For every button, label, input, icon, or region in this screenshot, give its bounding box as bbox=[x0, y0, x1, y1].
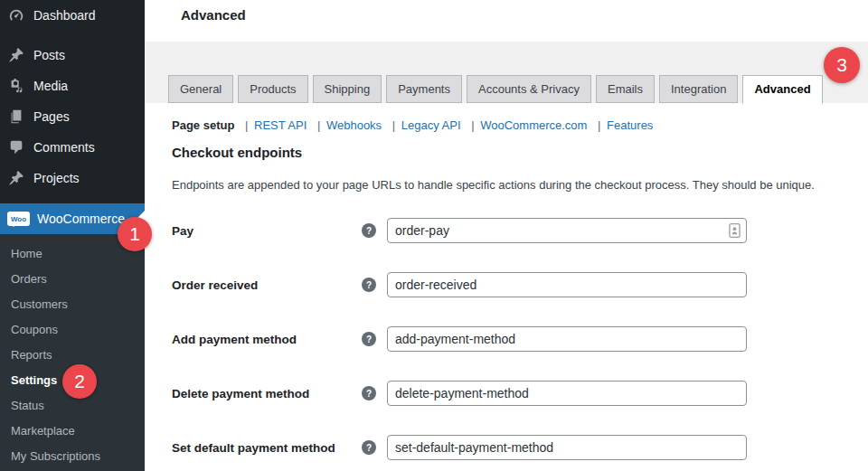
sidebar-item-pages[interactable]: Pages bbox=[0, 101, 145, 132]
tab-shipping[interactable]: Shipping bbox=[313, 75, 382, 103]
subnav-separator: | bbox=[471, 118, 474, 132]
tab-accounts-privacy[interactable]: Accounts & Privacy bbox=[467, 75, 591, 103]
pushpin-icon bbox=[7, 169, 25, 187]
settings-content: Page setup | REST API | Webhooks | Legac… bbox=[145, 103, 868, 471]
sidebar-item-label: Dashboard bbox=[33, 8, 96, 23]
tab-payments[interactable]: Payments bbox=[386, 75, 462, 103]
field-label-order-received: Order received bbox=[172, 278, 362, 292]
sidebar-item-label: Pages bbox=[33, 109, 70, 124]
tab-products[interactable]: Products bbox=[238, 75, 307, 103]
settings-header-band: General Products Shipping Payments Accou… bbox=[145, 42, 868, 103]
subnav-separator: | bbox=[392, 118, 395, 132]
menu-separator bbox=[0, 31, 145, 40]
add-payment-method-endpoint-input[interactable] bbox=[387, 326, 747, 352]
field-label-add-payment-method: Add payment method bbox=[172, 333, 362, 346]
advanced-subnav: Page setup | REST API | Webhooks | Legac… bbox=[172, 103, 868, 132]
subnav-link-webhooks[interactable]: Webhooks bbox=[326, 118, 382, 132]
woocommerce-icon: Woo bbox=[7, 212, 30, 226]
main-content: Advanced General Products Shipping Payme… bbox=[145, 0, 868, 471]
tab-emails[interactable]: Emails bbox=[596, 75, 655, 103]
subnav-link-legacy-api[interactable]: Legacy API bbox=[401, 118, 461, 132]
pushpin-icon bbox=[7, 46, 25, 64]
page-title: Advanced bbox=[181, 7, 246, 23]
submenu-item-reports[interactable]: Reports bbox=[0, 343, 145, 368]
submenu-item-marketplace[interactable]: Marketplace bbox=[0, 419, 145, 444]
help-icon[interactable]: ? bbox=[362, 278, 376, 292]
tab-advanced[interactable]: Advanced bbox=[742, 75, 822, 104]
submenu-item-my-subscriptions[interactable]: My Subscriptions bbox=[0, 444, 145, 469]
subnav-item-page-setup[interactable]: Page setup bbox=[172, 118, 234, 132]
form-row: Add payment method ? bbox=[172, 312, 868, 366]
sidebar-item-media[interactable]: Media bbox=[0, 71, 145, 101]
pages-icon bbox=[7, 108, 25, 126]
subnav-link-rest-api[interactable]: REST API bbox=[254, 118, 307, 132]
annotation-badge-2: 2 bbox=[62, 364, 97, 399]
help-icon[interactable]: ? bbox=[362, 440, 376, 455]
form-row: Pay ? bbox=[172, 203, 868, 258]
submenu-item-customers[interactable]: Customers bbox=[0, 292, 145, 317]
checkout-endpoints-form: Pay ? Order received ? Add payment metho… bbox=[172, 203, 868, 471]
submenu-item-orders[interactable]: Orders bbox=[0, 267, 145, 292]
tab-integration[interactable]: Integration bbox=[659, 75, 738, 103]
sidebar-item-label: Media bbox=[33, 79, 68, 93]
subnav-separator: | bbox=[317, 118, 320, 132]
comments-icon bbox=[7, 138, 25, 156]
field-label-pay: Pay bbox=[172, 224, 362, 238]
annotation-badge-1: 1 bbox=[118, 217, 152, 251]
sidebar-item-posts[interactable]: Posts bbox=[0, 40, 145, 71]
delete-payment-method-endpoint-input[interactable] bbox=[387, 381, 747, 406]
order-received-endpoint-input[interactable] bbox=[387, 272, 747, 297]
dashboard-icon bbox=[7, 6, 25, 24]
sidebar-item-dashboard[interactable]: Dashboard bbox=[0, 0, 145, 31]
set-default-payment-method-endpoint-input[interactable] bbox=[387, 435, 747, 460]
subnav-separator: | bbox=[245, 118, 248, 132]
sidebar-item-label: WooCommerce bbox=[37, 212, 125, 226]
help-icon[interactable]: ? bbox=[362, 386, 376, 400]
annotation-badge-3: 3 bbox=[824, 47, 860, 83]
help-icon[interactable]: ? bbox=[362, 223, 376, 238]
help-icon[interactable]: ? bbox=[362, 332, 376, 346]
woocommerce-submenu: Home Orders Customers Coupons Reports Se… bbox=[0, 234, 145, 471]
subnav-link-woocommerce-com[interactable]: WooCommerce.com bbox=[480, 118, 587, 132]
pay-endpoint-input[interactable] bbox=[387, 218, 747, 243]
sidebar-item-projects[interactable]: Projects bbox=[0, 163, 145, 193]
autofill-icon bbox=[729, 223, 741, 239]
section-description: Endpoints are appended to your page URLs… bbox=[172, 178, 868, 192]
section-heading: Checkout endpoints bbox=[172, 145, 868, 160]
subnav-separator: | bbox=[598, 118, 600, 132]
subnav-link-features[interactable]: Features bbox=[607, 118, 653, 132]
field-label-delete-payment-method: Delete payment method bbox=[172, 387, 362, 400]
sidebar-item-comments[interactable]: Comments bbox=[0, 132, 145, 163]
submenu-item-coupons[interactable]: Coupons bbox=[0, 317, 145, 343]
media-icon bbox=[7, 77, 25, 95]
field-label-set-default-payment-method: Set default payment method bbox=[172, 441, 362, 455]
form-row: Delete payment method ? bbox=[172, 366, 868, 420]
sidebar-item-label: Posts bbox=[33, 48, 65, 62]
sidebar-item-label: Comments bbox=[33, 140, 95, 155]
form-row: Order received ? bbox=[172, 258, 868, 312]
top-bar: Advanced bbox=[145, 0, 868, 42]
form-row: Set default payment method ? bbox=[172, 420, 868, 471]
settings-tabs: General Products Shipping Payments Accou… bbox=[168, 75, 827, 103]
tab-general[interactable]: General bbox=[168, 75, 233, 103]
sidebar-item-label: Projects bbox=[33, 171, 80, 185]
